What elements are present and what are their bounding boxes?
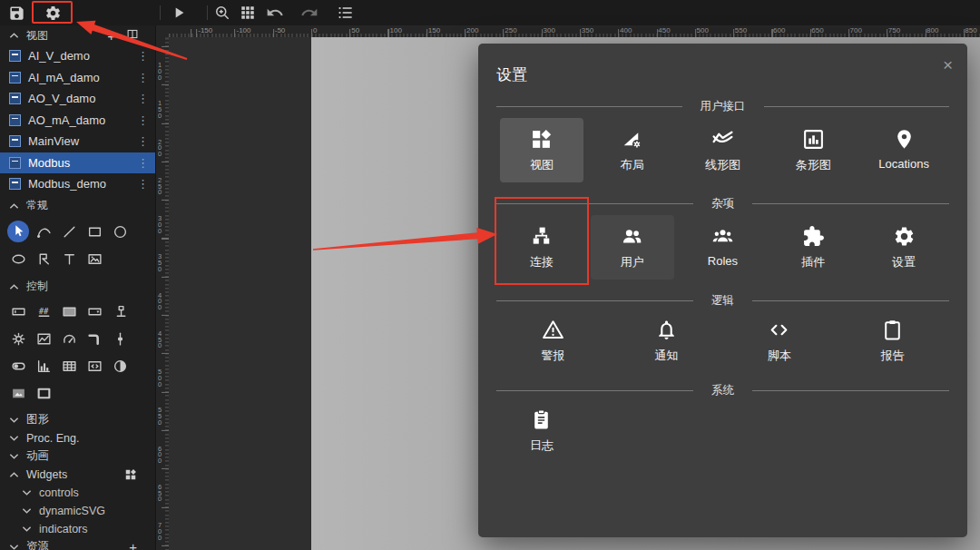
settings-tile-plugins[interactable]: 插件 [771,215,855,280]
kebab-menu-icon[interactable]: ⋮ [137,177,155,191]
ruler-corner [156,25,169,37]
horizontal-ruler: -150-100-5005010015020025030035040045050… [169,25,980,37]
text-tool-icon[interactable] [57,248,81,271]
kebab-menu-icon[interactable]: ⋮ [137,113,155,127]
toggle-tool-icon[interactable] [6,355,30,378]
palette-group-Widgets[interactable]: Widgets [0,466,155,484]
rectangle-tool-icon[interactable] [83,221,107,244]
kebab-menu-icon[interactable]: ⋮ [137,49,155,63]
ruler-label: 0 [313,26,317,34]
save-icon[interactable] [7,4,25,22]
general-section-label: 常规 [26,198,48,213]
palette-group-dynamicSVG[interactable]: dynamicSVG [0,502,155,520]
settings-tile-notifications[interactable]: 通知 [624,312,708,369]
ruler-label: 300 [158,216,162,234]
settings-tile-alarms[interactable]: 警报 [511,312,594,369]
control-section-label: 控制 [26,279,48,294]
valve-tool-icon[interactable] [109,300,132,324]
view-list-item-Modbus_demo[interactable]: Modbus_demo⋮ [0,173,155,195]
settings-tile-views[interactable]: 视图 [500,118,583,182]
pie-tool-icon[interactable] [109,355,132,378]
polygon-tool-icon[interactable] [32,248,55,271]
view-list-item-MainView[interactable]: MainView⋮ [0,131,155,152]
light-tool-icon[interactable] [6,328,30,351]
general-section-header[interactable]: 常规 [0,195,155,217]
list-icon[interactable] [337,4,355,22]
trend-tool-icon[interactable] [32,328,55,351]
window-tool-icon[interactable] [32,382,55,406]
bar-graph-tool-icon[interactable] [32,355,55,378]
view-icon [9,93,21,104]
view-list-item-AI_V_demo[interactable]: AI_V_demo⋮ [0,45,155,67]
palette-group-资源[interactable]: 资源+ [0,538,155,550]
undo-icon[interactable] [266,4,284,22]
settings-tile-bar-charts[interactable]: 条形图 [771,118,855,182]
settings-tile-roles[interactable]: Roles [681,215,764,280]
view-list-item-AO_mA_damo[interactable]: AO_mA_damo⋮ [0,110,155,132]
settings-tile-logs[interactable]: 日志 [500,402,583,459]
view-label: MainView [28,134,79,148]
palette-group-controls[interactable]: controls [0,484,155,502]
views-section-label: 视图 [26,28,48,44]
toolbar [0,0,980,25]
slider-tool-icon[interactable] [109,328,132,351]
select-tool-icon[interactable] [7,221,29,242]
gear-icon[interactable] [44,4,62,22]
views-section-header[interactable]: 视图 + [0,25,155,45]
ruler-label: 50 [351,26,359,34]
plus-icon[interactable]: + [129,540,146,550]
settings-tile-connections[interactable]: 连接 [500,215,583,280]
import-views-icon[interactable] [126,28,139,43]
gauge-tool-icon[interactable] [57,328,81,351]
palette-group-Proc. Eng.[interactable]: Proc. Eng. [0,429,155,447]
combobox-tool-icon[interactable] [83,300,107,324]
ruler-label: 700 [158,523,162,541]
table-tool-icon[interactable] [57,355,81,378]
iframe-tool-icon[interactable] [83,355,107,378]
image-tool-icon[interactable] [83,248,107,271]
settings-dialog: 设置 × 用户接口视图布局线形图条形图Locations杂项连接用户Roles插… [478,44,967,537]
settings-tile-scripts[interactable]: 脚本 [738,312,821,369]
settings-tile-settings[interactable]: 设置 [862,215,946,280]
redo-icon[interactable] [300,4,318,22]
kebab-menu-icon[interactable]: ⋮ [137,71,155,84]
circle-tool-icon[interactable] [109,221,132,244]
zoom-in-icon[interactable] [213,4,231,22]
add-view-icon[interactable]: + [107,29,115,43]
kebab-menu-icon[interactable]: ⋮ [137,92,155,105]
number-tool-icon[interactable]: ## [32,300,55,324]
ruler-label: 100 [390,26,402,34]
ellipse-tool-icon[interactable] [6,248,30,271]
line-tool-icon[interactable] [57,221,81,244]
pipe-tool-icon[interactable] [83,328,107,351]
close-icon[interactable]: × [943,56,953,74]
palette-group-图形[interactable]: 图形 [0,411,155,429]
view-list-item-AI_mA_damo[interactable]: AI_mA_damo⋮ [0,67,155,89]
palette-group-动画[interactable]: 动画 [0,447,155,466]
grid-icon[interactable] [239,4,257,22]
ruler-label: 150 [158,101,162,119]
settings-tile-layout[interactable]: 布局 [591,118,674,182]
view-label: Modbus_demo [28,177,106,191]
view-list-item-Modbus[interactable]: Modbus⋮ [0,152,155,174]
input-tool-icon[interactable] [6,300,30,324]
palette-group-indicators[interactable]: indicators [0,520,155,538]
control-section-header[interactable]: 控制 [0,277,155,297]
kebab-menu-icon[interactable]: ⋮ [137,134,155,148]
kebab-menu-icon[interactable]: ⋮ [137,156,155,170]
chevron-down-icon [22,486,32,499]
palette-groups: 图形Proc. Eng.动画WidgetscontrolsdynamicSVGi… [0,411,155,550]
play-icon[interactable] [170,4,188,22]
panel-tool-icon[interactable] [57,300,81,324]
picture-tool-icon[interactable] [6,382,30,406]
settings-tile-users[interactable]: 用户 [591,215,674,280]
view-list-item-AO_V_damo[interactable]: AO_V_damo⋮ [0,88,155,110]
bezier-tool-icon[interactable] [32,221,55,244]
tile-label: 布局 [621,157,644,173]
script-icon [768,318,790,341]
chevron-up-icon [9,200,19,212]
settings-tile-locations[interactable]: Locations [862,118,946,182]
settings-tile-reports[interactable]: 报告 [851,312,935,369]
roles-icon [711,224,734,248]
settings-tile-line-charts[interactable]: 线形图 [681,118,764,182]
